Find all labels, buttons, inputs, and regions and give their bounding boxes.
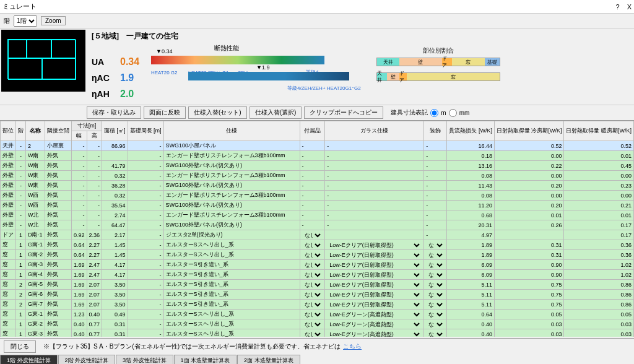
glass-select[interactable]: Low-Eクリア(日射取得型): [327, 281, 422, 288]
deco-select[interactable]: なし: [426, 271, 445, 279]
close-button[interactable]: 閉じる: [4, 340, 36, 353]
tab-0[interactable]: 1階 外皮性能計算: [0, 355, 58, 364]
seg-window: 窓: [452, 58, 485, 66]
table-row[interactable]: 窓1G南-4外気1.692.474.17-エルスターS引き違い_系なしLow-E…: [1, 270, 634, 280]
table-row[interactable]: 窓2G南-5外気1.692.073.50-エルスターS引き違い_系なしLow-E…: [1, 280, 634, 290]
att-select[interactable]: なし: [302, 301, 323, 308]
table-row[interactable]: 窓1G東-3外気0.400.770.31-エルスターSスヘリ出し_系なしLow-…: [1, 329, 634, 337]
att-select[interactable]: なし: [302, 241, 323, 249]
tab-3[interactable]: 1面 木造壁量計算表: [174, 355, 237, 364]
col-name[interactable]: 名称: [26, 121, 45, 141]
table-row[interactable]: 窓2G南-7外気1.692.073.50-エルスターS引き違い_系なしLow-E…: [1, 300, 634, 310]
table-row[interactable]: 外壁-W東外気--36.28-SWG100外壁パネル(切欠あり)---11.43…: [1, 181, 634, 191]
table-row[interactable]: 外壁-W東外気--0.32-エンガード壁ポリスチレンフォーム3種b100mm--…: [1, 171, 634, 181]
deco-select[interactable]: なし: [426, 251, 445, 259]
glass-select[interactable]: Low-Eクリア(日射取得型): [327, 241, 422, 249]
floor-select[interactable]: 1階: [14, 15, 37, 27]
ua-value: 0.34: [120, 56, 146, 67]
table-row[interactable]: 外壁-W西外気--35.54-SWG100外壁パネル(切欠あり)---11.20…: [1, 201, 634, 210]
building-title: [５地域] 一戸建ての住宅: [92, 31, 503, 41]
col-perim[interactable]: 基礎周長 [m]: [128, 121, 163, 141]
table-row[interactable]: 天井-2小屋裏--86.96-SWG100小屋パネル---16.440.520.…: [1, 141, 634, 151]
tab-1[interactable]: 2階 外皮性能計算: [58, 355, 116, 364]
spec-set-button[interactable]: 仕様入替(セット): [188, 106, 247, 119]
table-row[interactable]: 外壁-W南外気--41.79-SWG100外壁パネル(切欠あり)---13.16…: [1, 161, 634, 171]
tab-4[interactable]: 2面 木造壁量計算表: [237, 355, 300, 364]
note-link[interactable]: こちら: [343, 342, 362, 351]
deco-select[interactable]: なし: [426, 291, 445, 298]
glass-select[interactable]: Low-Eクリア(日射取得型): [327, 301, 422, 308]
ua-bar: [151, 56, 324, 64]
col-spec[interactable]: 仕様: [163, 121, 300, 141]
table-row[interactable]: 窓1G東-1外気1.230.400.49-エルスターSスヘリ出し_系なしLow-…: [1, 310, 634, 319]
att-select[interactable]: なし: [302, 261, 323, 269]
close-icon[interactable]: X: [627, 3, 632, 11]
disp-label: 建具寸法表記: [391, 108, 428, 117]
col-height[interactable]: 高: [87, 131, 102, 141]
bottom-bar: 閉じる ※【フラット35】S A・Bプラン(省エネルギー性)では一次エネルギー消…: [0, 338, 634, 364]
glass-select[interactable]: Low-Eグリーン(高遮熱型): [327, 321, 422, 328]
col-glass[interactable]: ガラス仕様: [325, 121, 424, 141]
table-row[interactable]: ドア1D南-1外気0.922.362.17-ジエスタ2単(採光あり)なし-4.9…: [1, 230, 634, 240]
deco-select[interactable]: なし: [426, 311, 445, 318]
zoom-button[interactable]: Zoom: [41, 16, 66, 25]
table-row[interactable]: 外壁-W北外気--2.74-エンガード壁ポリスチレンフォーム3種b100mm--…: [1, 210, 634, 220]
deco-select[interactable]: なし: [426, 331, 445, 337]
help-icon[interactable]: ?: [616, 3, 620, 11]
glass-select[interactable]: Low-Eグリーン(高遮熱型): [327, 331, 422, 337]
glass-select[interactable]: Low-Eクリア(日射取得型): [327, 291, 422, 298]
deco-select[interactable]: なし: [426, 241, 445, 249]
att-select[interactable]: なし: [302, 251, 323, 259]
deco-select[interactable]: なし: [426, 301, 445, 308]
seg-base: 基礎: [485, 58, 500, 66]
col-pos[interactable]: 部位: [1, 121, 16, 141]
col-adj[interactable]: 隣接空間: [45, 121, 72, 141]
att-select[interactable]: なし: [302, 321, 323, 328]
col-floor[interactable]: 階: [16, 121, 26, 141]
data-table-container[interactable]: 部位 階 名称 隣接空間 寸法[m] 面積 [㎡] 基礎周長 [m] 仕様 付属…: [0, 120, 634, 337]
att-select[interactable]: なし: [302, 271, 323, 279]
table-row[interactable]: 窓1G南-1外気0.642.271.45-エルスターSスヘリ出し_系なしLow-…: [1, 240, 634, 250]
window-title: ミュレート: [2, 2, 37, 11]
floorplan-thumbnail[interactable]: [1, 30, 85, 92]
col-solar-cool[interactable]: 日射熱取得量 冷房期[W/K]: [494, 121, 564, 141]
col-width[interactable]: 幅: [72, 131, 87, 141]
table-row[interactable]: 窓1G東-2外気0.400.770.31-エルスターSスヘリ出し_系なしLow-…: [1, 319, 634, 329]
table-row[interactable]: 窓1G南-2外気0.642.271.45-エルスターSスヘリ出し_系なしLow-…: [1, 250, 634, 260]
col-attach[interactable]: 付属品: [300, 121, 325, 141]
perf-title: 断熱性能: [92, 44, 362, 53]
col-dim-group[interactable]: 寸法[m]: [72, 121, 102, 131]
seg2-ceiling: 天井: [377, 73, 387, 80]
deco-select[interactable]: なし: [426, 281, 445, 288]
col-deco[interactable]: 装飾: [424, 121, 447, 141]
deco-select[interactable]: なし: [426, 321, 445, 328]
att-select[interactable]: なし: [302, 232, 323, 239]
table-row[interactable]: 外壁-W西外気--0.32-エンガード壁ポリスチレンフォーム3種b100mm--…: [1, 191, 634, 201]
deco-select[interactable]: なし: [426, 261, 445, 269]
glass-select[interactable]: Low-Eクリア(日射取得型): [327, 271, 422, 279]
radio-mm[interactable]: [449, 109, 457, 117]
col-heatloss[interactable]: 貫流熱損失 [W/K]: [447, 121, 495, 141]
glass-select[interactable]: Low-Eグリーン(高遮熱型): [327, 311, 422, 318]
clipboard-button[interactable]: クリップボードへコピー: [304, 106, 383, 119]
att-select[interactable]: なし: [302, 281, 323, 288]
floor-label: 階: [4, 17, 10, 25]
col-area[interactable]: 面積 [㎡]: [102, 121, 128, 141]
table-row[interactable]: 外壁-W北外気--64.47-SWG100外壁パネル(切欠あり)---20.31…: [1, 220, 634, 230]
radio-m[interactable]: [430, 109, 438, 117]
spec-swap-button[interactable]: 仕様入替(選択): [250, 106, 302, 119]
glass-select[interactable]: Low-Eクリア(日射取得型): [327, 261, 422, 269]
table-row[interactable]: 窓1G南-3外気1.692.474.17-エルスターS引き違い_系なしLow-E…: [1, 260, 634, 270]
save-load-button[interactable]: 保存・取り込み: [87, 106, 141, 119]
table-row[interactable]: 窓2G南-6外気1.692.073.50-エルスターS引き違い_系なしLow-E…: [1, 290, 634, 300]
att-select[interactable]: なし: [302, 311, 323, 318]
toolbar: 階 1階 Zoom: [0, 14, 634, 28]
table-row[interactable]: 外壁-W南外気---エンガード壁ポリスチレンフォーム3種b100mm---0.1…: [1, 151, 634, 161]
tab-2[interactable]: 3階 外皮性能計算: [116, 355, 173, 364]
ua-label: UA: [92, 57, 115, 67]
reflect-button[interactable]: 図面に反映: [144, 106, 186, 119]
col-solar-heat[interactable]: 日射熱取得量 暖房期[W/K]: [564, 121, 634, 141]
glass-select[interactable]: Low-Eクリア(日射取得型): [327, 251, 422, 259]
att-select[interactable]: なし: [302, 331, 323, 337]
att-select[interactable]: なし: [302, 291, 323, 298]
